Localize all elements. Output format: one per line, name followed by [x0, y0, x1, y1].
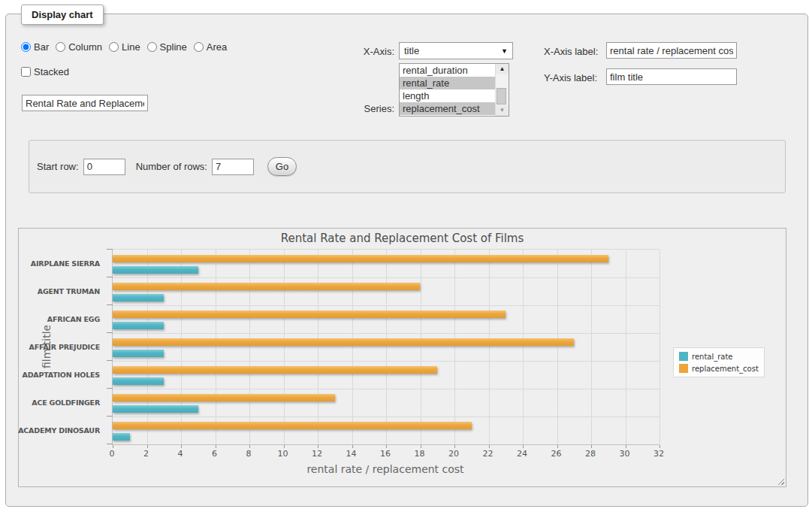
gridline	[318, 250, 318, 444]
x-tick-label: 32	[654, 449, 664, 459]
gridline	[421, 250, 421, 444]
gridline	[113, 417, 660, 417]
series-listbox[interactable]: rental_durationrental_ratelengthreplacem…	[399, 63, 509, 117]
chart-type-area-radio[interactable]	[194, 42, 204, 52]
gridline	[181, 250, 182, 444]
stacked-label: Stacked	[34, 66, 69, 77]
x-axis-tick	[591, 445, 592, 448]
y-axis-tick	[107, 360, 113, 361]
rental_rate-bar[interactable]	[113, 322, 164, 329]
y-axis-tick	[107, 304, 113, 305]
num-rows-input[interactable]	[212, 159, 254, 175]
legend-swatch-icon	[679, 364, 688, 373]
chart-type-column[interactable]: Column	[56, 41, 102, 53]
x-axis-tick	[386, 445, 387, 448]
y-axis-label-field-label: Y-Axis label:	[544, 72, 604, 83]
start-row-input[interactable]	[83, 159, 125, 175]
gridline	[557, 250, 558, 444]
x-tick-label: 14	[346, 449, 357, 459]
y-axis-tick	[107, 416, 113, 417]
scroll-up-icon[interactable]: ▲	[496, 64, 509, 74]
chart-type-label: Line	[122, 41, 140, 53]
scroll-down-icon[interactable]: ▼	[496, 105, 509, 116]
replacement_cost-bar[interactable]	[113, 338, 574, 346]
x-axis-tick	[216, 445, 216, 448]
chart-type-spline[interactable]: Spline	[147, 41, 187, 53]
scrollbar-track[interactable]	[496, 74, 509, 105]
rental_rate-bar[interactable]	[113, 377, 164, 385]
series-option-rental_duration[interactable]: rental_duration	[400, 64, 495, 77]
y-axis-label-input[interactable]	[606, 68, 737, 85]
x-axis-tick	[284, 445, 285, 448]
replacement_cost-bar[interactable]	[113, 283, 420, 290]
x-axis-tick	[454, 445, 455, 448]
chart-type-spline-radio[interactable]	[147, 42, 157, 52]
chart-type-column-radio[interactable]	[56, 42, 65, 52]
chart-type-area[interactable]: Area	[194, 41, 227, 53]
replacement_cost-bar[interactable]	[113, 422, 472, 429]
x-tick-label: 10	[278, 449, 288, 459]
x-tick-label: 28	[585, 449, 596, 459]
rental_rate-bar[interactable]	[113, 350, 164, 357]
x-tick-label: 6	[212, 449, 217, 459]
chart-type-line[interactable]: Line	[109, 41, 140, 53]
x-axis-tick	[318, 445, 318, 448]
chevron-down-icon: ▼	[501, 47, 508, 55]
replacement_cost-bar[interactable]	[113, 311, 506, 318]
legend-label: replacement_cost	[692, 365, 759, 373]
rental_rate-bar[interactable]	[113, 405, 198, 413]
x-axis-tick	[660, 445, 660, 448]
chart-type-bar[interactable]: Bar	[21, 41, 49, 53]
rental_rate-bar[interactable]	[113, 294, 164, 301]
x-axis-tick	[249, 445, 250, 448]
legend-swatch-icon	[679, 352, 688, 361]
series-options: rental_durationrental_ratelengthreplacem…	[400, 64, 495, 116]
x-axis-tick	[352, 445, 353, 448]
x-axis-label-input[interactable]	[606, 42, 737, 59]
go-button[interactable]: Go	[267, 157, 297, 176]
gridline	[113, 389, 660, 389]
replacement_cost-bar[interactable]	[113, 366, 437, 374]
scrollbar-thumb[interactable]	[497, 88, 506, 105]
x-axis-selected-value: title	[404, 45, 419, 56]
chart-type-label: Column	[68, 41, 102, 53]
replacement_cost-bar[interactable]	[113, 394, 335, 401]
series-option-rental_rate[interactable]: rental_rate	[400, 77, 495, 89]
chart-type-bar-radio[interactable]	[21, 42, 31, 52]
gridline	[113, 361, 660, 362]
stacked-checkbox[interactable]	[21, 67, 31, 77]
y-axis-tick	[107, 249, 113, 250]
chart-type-group: BarColumnLineSplineArea	[21, 41, 234, 53]
num-rows-label: Number of rows:	[136, 161, 207, 172]
chart-title-input[interactable]	[22, 95, 148, 111]
rental_rate-bar[interactable]	[113, 433, 130, 441]
y-axis-title: film title	[40, 249, 53, 444]
x-axis-tick	[557, 445, 558, 448]
y-axis-tick	[107, 388, 113, 389]
legend-item-rental_rate[interactable]: rental_rate	[679, 352, 759, 361]
x-tick-label: 24	[517, 449, 527, 459]
replacement_cost-bar[interactable]	[113, 255, 608, 262]
x-tick-label: 20	[448, 449, 459, 459]
chart-type-line-radio[interactable]	[109, 42, 119, 52]
legend-item-replacement_cost[interactable]: replacement_cost	[679, 364, 759, 373]
gridline	[113, 333, 660, 334]
x-axis-select-label: X-Axis:	[323, 46, 394, 57]
y-axis-tick	[107, 277, 113, 277]
x-axis-tick	[181, 445, 182, 448]
series-option-replacement_cost[interactable]: replacement_cost	[400, 102, 495, 115]
gridline	[386, 250, 387, 444]
chart-type-label: Area	[207, 41, 227, 53]
gridline	[523, 250, 524, 444]
gridline	[113, 305, 660, 306]
gridline	[249, 250, 250, 444]
resize-grip-icon[interactable]	[776, 477, 784, 485]
x-tick-label: 4	[178, 449, 183, 459]
series-option-length[interactable]: length	[400, 89, 495, 102]
series-scrollbar[interactable]: ▲ ▼	[495, 64, 509, 116]
stacked-option[interactable]: Stacked	[21, 66, 69, 77]
start-row-label: Start row:	[37, 161, 79, 172]
rental_rate-bar[interactable]	[113, 266, 198, 274]
gridline	[489, 250, 490, 444]
x-axis-select[interactable]: title ▼	[399, 42, 513, 59]
